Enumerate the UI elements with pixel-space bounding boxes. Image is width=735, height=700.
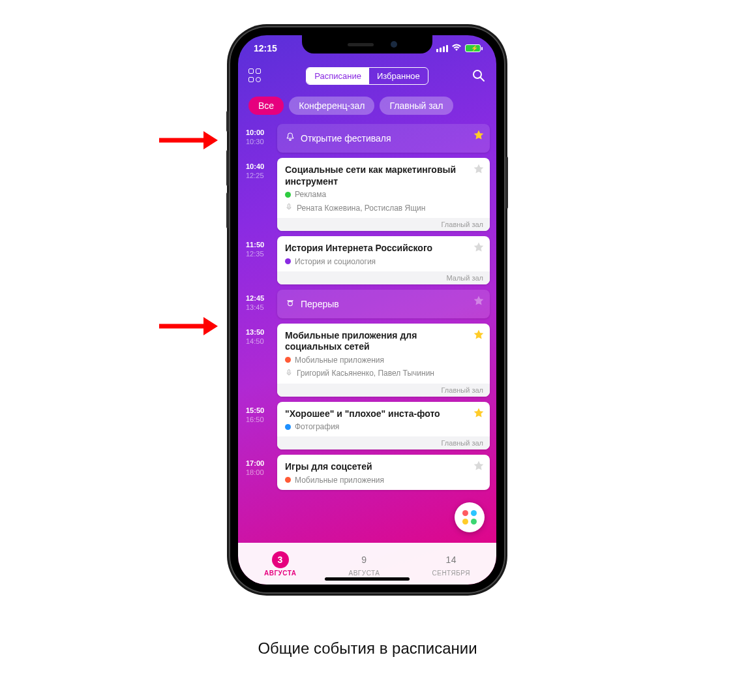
event-room: Главный зал: [277, 436, 490, 449]
segmented-control: Расписание Избранное: [306, 67, 428, 85]
event-title: Социальные сети как маркетинговый инстру…: [285, 164, 466, 187]
date-tab[interactable]: 9АВГУСТА: [349, 551, 380, 577]
tag-label: Реклама: [295, 190, 326, 199]
svg-line-5: [481, 78, 484, 81]
event-times: 10:0010:30: [243, 124, 272, 147]
date-month: АВГУСТА: [264, 570, 297, 577]
event-card[interactable]: "Хорошее" и "плохое" инста-фотоФотографи…: [277, 402, 490, 450]
event-times: 11:5012:35: [243, 236, 272, 259]
room-filters: Все Конференц-зал Главный зал: [238, 97, 496, 115]
volume-up: [226, 150, 229, 186]
favorite-star[interactable]: [473, 241, 485, 253]
date-day: 3: [272, 551, 289, 568]
status-right: ⚡: [436, 43, 481, 53]
annotation-arrow-2: [159, 313, 218, 339]
svg-marker-3: [203, 317, 218, 335]
fab-icon: [462, 510, 477, 525]
time-end: 14:50: [246, 337, 272, 346]
tab-schedule[interactable]: Расписание: [307, 68, 369, 84]
event-list[interactable]: 10:0010:30Открытие фестиваля10:4012:25Со…: [238, 124, 496, 543]
svg-rect-8: [288, 369, 290, 373]
event-banner[interactable]: Перерыв: [277, 290, 490, 318]
date-tab[interactable]: 3АВГУСТА: [264, 551, 297, 577]
event-row: 17:0018:00Игры для соцсетейМобильные при…: [238, 455, 490, 490]
time-end: 12:25: [246, 171, 272, 180]
svg-point-4: [473, 70, 481, 78]
filter-conf[interactable]: Конференц-зал: [289, 97, 374, 115]
event-title: "Хорошее" и "плохое" инста-фото: [285, 408, 466, 420]
event-row: 10:4012:25Социальные сети как маркетинго…: [238, 158, 490, 231]
event-title: Мобильные приложения для социальных сете…: [285, 330, 466, 353]
home-indicator[interactable]: [325, 577, 410, 581]
notch: [302, 35, 432, 53]
stage: 12:15 ⚡ Расписание Избранное: [0, 0, 735, 700]
date-tab[interactable]: 14СЕНТЯБРЯ: [432, 551, 470, 577]
cellular-icon: [436, 45, 448, 52]
tag-label: Мобильные приложения: [295, 476, 384, 485]
event-speakers: Рената Кожевина, Ростислав Ящин: [285, 203, 466, 213]
event-tag: История и социология: [285, 257, 466, 266]
mic-icon: [285, 203, 293, 213]
fab-button[interactable]: [455, 502, 485, 532]
favorite-star[interactable]: [473, 407, 485, 419]
tag-dot: [285, 424, 291, 430]
favorite-star[interactable]: [473, 295, 485, 307]
power-button: [505, 157, 508, 209]
svg-marker-1: [203, 131, 218, 149]
tag-dot: [285, 258, 291, 264]
event-row: 11:5012:35История Интернета РоссийскогоИ…: [238, 236, 490, 284]
tag-dot: [285, 477, 291, 483]
svg-point-7: [288, 301, 293, 306]
wifi-icon: [451, 43, 462, 53]
event-title: История Интернета Российского: [285, 243, 466, 254]
event-times: 17:0018:00: [243, 455, 272, 478]
filter-main[interactable]: Главный зал: [380, 97, 453, 115]
time-end: 12:35: [246, 249, 272, 258]
date-day: 9: [356, 551, 373, 568]
status-time: 12:15: [254, 43, 277, 53]
time-start: 17:00: [246, 459, 272, 468]
event-card[interactable]: История Интернета РоссийскогоИстория и с…: [277, 236, 490, 284]
screen: 12:15 ⚡ Расписание Избранное: [238, 35, 496, 585]
event-card[interactable]: Игры для соцсетейМобильные приложения: [277, 455, 490, 490]
favorite-star[interactable]: [473, 163, 485, 175]
event-speakers: Григорий Касьяненко, Павел Тычинин: [285, 369, 466, 378]
favorite-star[interactable]: [473, 329, 485, 341]
event-row: 15:5016:50"Хорошее" и "плохое" инста-фот…: [238, 402, 490, 450]
date-day: 14: [443, 551, 460, 568]
tab-favorites[interactable]: Избранное: [369, 68, 428, 84]
event-row: 10:0010:30Открытие фестиваля: [238, 124, 490, 153]
phone-frame: 12:15 ⚡ Расписание Избранное: [229, 26, 505, 594]
time-start: 10:40: [246, 162, 272, 171]
filter-all[interactable]: Все: [248, 97, 284, 115]
search-button[interactable]: [472, 68, 486, 83]
time-start: 12:45: [246, 294, 272, 303]
favorite-star[interactable]: [473, 460, 485, 472]
event-title: Игры для соцсетей: [285, 461, 466, 473]
time-start: 13:50: [246, 327, 272, 337]
tag-label: Мобильные приложения: [295, 356, 384, 365]
mic-icon: [285, 369, 293, 378]
event-times: 10:4012:25: [243, 158, 272, 181]
event-times: 15:5016:50: [243, 402, 272, 425]
event-times: 13:5014:50: [243, 324, 272, 346]
mute-switch: [226, 111, 229, 132]
bell-icon: [285, 132, 295, 145]
event-row: 13:5014:50Мобильные приложения для социа…: [238, 324, 490, 397]
favorite-star[interactable]: [473, 129, 485, 141]
event-row: 12:4513:45Перерыв: [238, 290, 490, 318]
svg-rect-6: [288, 204, 290, 208]
battery-icon: ⚡: [465, 44, 481, 52]
event-banner[interactable]: Открытие фестиваля: [277, 124, 490, 153]
event-title: Открытие фестиваля: [301, 133, 391, 144]
tag-label: История и социология: [295, 257, 376, 266]
event-card[interactable]: Мобильные приложения для социальных сете…: [277, 324, 490, 397]
menu-grid-button[interactable]: [248, 68, 263, 83]
tag-dot: [285, 192, 291, 198]
figure-caption: Общие события в расписании: [0, 639, 735, 658]
event-times: 12:4513:45: [243, 290, 272, 312]
event-room: Малый зал: [277, 271, 490, 284]
event-tag: Мобильные приложения: [285, 356, 466, 365]
event-card[interactable]: Социальные сети как маркетинговый инстру…: [277, 158, 490, 231]
time-end: 10:30: [246, 137, 272, 146]
